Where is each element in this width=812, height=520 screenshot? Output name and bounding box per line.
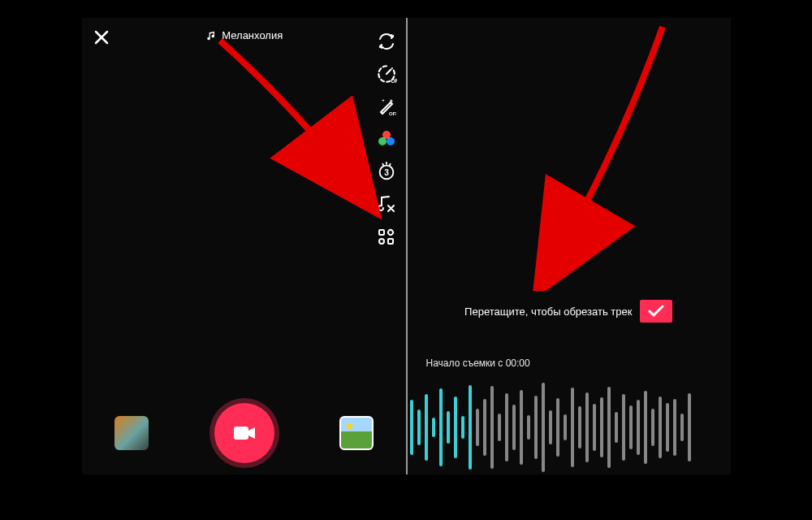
checkmark-icon (648, 305, 664, 318)
trim-instruction-row: Перетащите, чтобы обрезать трек (407, 300, 732, 323)
tutorial-arrow-right (496, 23, 683, 291)
upload-gallery-button[interactable] (339, 416, 374, 450)
close-button[interactable] (93, 29, 110, 49)
beauty-button[interactable]: OFF (376, 96, 397, 117)
svg-text:OFF: OFF (391, 78, 397, 84)
waveform-bar (549, 410, 552, 444)
flip-camera-icon (377, 32, 396, 51)
flip-camera-button[interactable] (376, 31, 397, 52)
waveform-bar (439, 388, 443, 466)
confirm-trim-button[interactable] (640, 300, 672, 323)
waveform-bar (637, 400, 640, 454)
record-screen: Меланхолия OFF OFF 3 (82, 18, 407, 474)
waveform-bar (534, 396, 538, 460)
grid-icon (378, 229, 394, 245)
waveform-bar (425, 394, 428, 460)
speed-icon: OFF (376, 63, 397, 84)
waveform-bar (629, 405, 633, 448)
close-icon (93, 29, 110, 46)
tutorial-stage: Меланхолия OFF OFF 3 (82, 18, 731, 474)
waveform-bar (505, 393, 508, 462)
waveform-bar (483, 399, 486, 456)
trim-instruction-label: Перетащите, чтобы обрезать трек (464, 306, 632, 318)
waveform-bar (688, 393, 691, 462)
effects-button[interactable] (114, 416, 149, 450)
record-button[interactable] (214, 403, 274, 463)
waveform-scrubber[interactable] (407, 380, 732, 474)
video-camera-icon (233, 425, 256, 441)
waveform-bar (622, 394, 625, 460)
waveform-bar (498, 414, 501, 442)
waveform-bar (432, 418, 435, 436)
timer-button[interactable]: 3 (376, 161, 397, 182)
waveform-bar (615, 412, 618, 442)
waveform-bar (585, 392, 589, 462)
recording-start-label: Начало съемки с 00:00 (426, 358, 530, 369)
waveform-bar (680, 414, 684, 442)
waveform-bar (469, 385, 472, 470)
waveform-bar (600, 397, 603, 457)
waveform-bar (447, 411, 450, 443)
music-trim-icon (377, 194, 396, 214)
waveform-bar (512, 405, 516, 450)
waveform-bar (410, 400, 413, 454)
right-toolbar: OFF OFF 3 (376, 31, 397, 247)
svg-text:OFF: OFF (389, 111, 396, 116)
speed-button[interactable]: OFF (376, 63, 397, 84)
waveform-bar (564, 414, 567, 440)
waveform-bar (578, 406, 581, 448)
timer-3-icon: 3 (376, 161, 397, 182)
waveform-bar (644, 391, 647, 464)
waveform-bar (490, 386, 494, 469)
waveform-bar (556, 398, 559, 457)
trim-sound-screen: Перетащите, чтобы обрезать трек Начало с… (407, 18, 732, 474)
waveform-bar (527, 415, 530, 440)
music-note-icon (205, 30, 217, 41)
svg-rect-4 (234, 427, 248, 440)
filters-button[interactable] (376, 128, 397, 150)
bottom-bar (82, 403, 407, 463)
waveform-bar (571, 388, 574, 466)
waveform-bar (659, 396, 662, 459)
sound-label: Меланхолия (222, 29, 283, 41)
waveform-bar (673, 399, 676, 456)
waveform-bar (520, 390, 523, 466)
sound-picker[interactable]: Меланхолия (205, 29, 283, 41)
tutorial-arrow-left (204, 32, 391, 219)
waveform-bar (542, 383, 545, 471)
more-button[interactable] (376, 226, 397, 247)
trim-sound-button[interactable] (376, 193, 397, 214)
waveform-bar (417, 410, 421, 445)
waveform-bar (651, 409, 654, 446)
waveform-bar (593, 404, 596, 451)
svg-text:3: 3 (384, 168, 389, 177)
waveform-bar (666, 403, 669, 452)
magic-wand-icon: OFF (377, 97, 396, 116)
waveform-bar (476, 409, 479, 446)
waveform-bar (461, 416, 464, 439)
filters-icon (378, 131, 395, 147)
waveform-bar (607, 387, 611, 468)
waveform-bar (454, 396, 457, 459)
